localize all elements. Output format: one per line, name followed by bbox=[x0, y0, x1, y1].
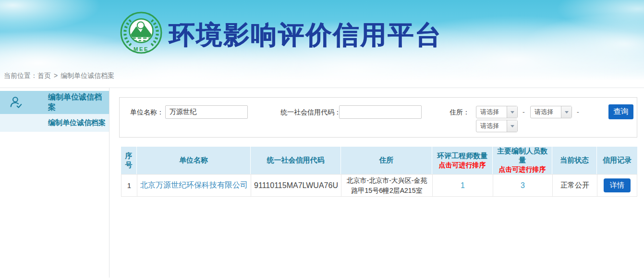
query-button[interactable]: 查询 bbox=[608, 104, 633, 119]
staff-count-link[interactable]: 3 bbox=[521, 181, 525, 190]
chevron-down-icon[interactable] bbox=[507, 106, 517, 118]
header-staff-count-label: 主要编制人员数量 bbox=[494, 147, 551, 165]
company-name-input[interactable] bbox=[165, 105, 248, 119]
header-engineer-count-label: 环评工程师数量 bbox=[433, 152, 491, 161]
site-title: 环境影响评价信用平台 bbox=[169, 19, 442, 50]
body: 编制单位诚信档案 编制单位诚信档案 单位名称： 统一社会信用代码： 住所： 请选… bbox=[0, 88, 644, 278]
address-city-value: 请选择 bbox=[531, 106, 561, 118]
chevron-down-icon[interactable] bbox=[507, 120, 517, 132]
sort-hint: 点击可进行排序 bbox=[494, 165, 551, 174]
header-credit-code: 统一社会信用代码 bbox=[251, 147, 341, 174]
main-content: 单位名称： 统一社会信用代码： 住所： 请选择 - 请选择 - 请选择 bbox=[109, 88, 644, 278]
chevron-down-icon[interactable] bbox=[561, 106, 571, 118]
breadcrumb-home-link[interactable]: 首页 bbox=[37, 72, 51, 79]
breadcrumb-prefix: 当前位置： bbox=[4, 72, 37, 79]
company-link[interactable]: 北京万源世纪环保科技有限公司 bbox=[140, 181, 248, 189]
engineer-count-link[interactable]: 1 bbox=[461, 181, 465, 190]
breadcrumb-separator: > bbox=[54, 72, 58, 79]
header-company-name: 单位名称 bbox=[137, 147, 251, 174]
address-district-select[interactable]: 请选择 bbox=[476, 120, 518, 132]
header-address: 住所 bbox=[341, 147, 432, 174]
address-label: 住所： bbox=[450, 105, 470, 119]
table-header-row: 序号 单位名称 统一社会信用代码 住所 环评工程师数量 点击可进行排序 主要编制… bbox=[121, 147, 637, 174]
breadcrumb-current: 编制单位诚信档案 bbox=[61, 72, 114, 79]
breadcrumb: 当前位置：首页>编制单位诚信档案 bbox=[4, 72, 114, 80]
page: MEE 环境影响评价信用平台 当前位置：首页>编制单位诚信档案 编制单位诚信档案 bbox=[0, 0, 644, 278]
header-credit-record: 信用记录 bbox=[597, 147, 637, 174]
dash-separator: - bbox=[577, 105, 579, 119]
cell-company: 北京万源世纪环保科技有限公司 bbox=[137, 174, 251, 197]
header-current-status: 当前状态 bbox=[552, 147, 597, 174]
address-province-select[interactable]: 请选择 bbox=[476, 106, 518, 118]
cell-address: 北京市-北京市-大兴区-金苑路甲15号6幢2层A215室 bbox=[341, 174, 432, 197]
sidebar-item-label: 编制单位诚信档案 bbox=[48, 92, 109, 113]
address-city-select[interactable]: 请选择 bbox=[530, 106, 572, 118]
cell-credit-record: 详情 bbox=[597, 174, 637, 197]
search-panel: 单位名称： 统一社会信用代码： 住所： 请选择 - 请选择 - 请选择 bbox=[119, 97, 637, 138]
cell-credit-code: 91110115MA7LWUA76U bbox=[251, 174, 341, 197]
sidebar-subitem-unit-credit-archive[interactable]: 编制单位诚信档案 bbox=[0, 114, 109, 132]
sidebar-subitem-label: 编制单位诚信档案 bbox=[48, 118, 106, 127]
cell-engineer-count: 1 bbox=[432, 174, 493, 197]
cell-staff-count: 3 bbox=[493, 174, 552, 197]
credit-code-label: 统一社会信用代码： bbox=[280, 105, 341, 119]
address-province-value: 请选择 bbox=[476, 106, 507, 118]
mee-logo-icon: MEE bbox=[119, 11, 163, 55]
header-index: 序号 bbox=[121, 147, 137, 174]
dash-separator: - bbox=[522, 105, 525, 119]
cell-status: 正常公开 bbox=[552, 174, 597, 197]
table-row: 1 北京万源世纪环保科技有限公司 91110115MA7LWUA76U 北京市-… bbox=[121, 174, 637, 197]
address-district-value: 请选择 bbox=[476, 120, 507, 132]
cell-index: 1 bbox=[121, 174, 137, 197]
person-check-icon bbox=[10, 96, 23, 109]
credit-code-input[interactable] bbox=[339, 105, 422, 119]
detail-button[interactable]: 详情 bbox=[604, 178, 631, 192]
sort-hint: 点击可进行排序 bbox=[433, 161, 491, 170]
results-table: 序号 单位名称 统一社会信用代码 住所 环评工程师数量 点击可进行排序 主要编制… bbox=[121, 147, 637, 197]
sidebar-item-unit-credit-archive[interactable]: 编制单位诚信档案 bbox=[0, 91, 109, 114]
header-engineer-count-sort[interactable]: 环评工程师数量 点击可进行排序 bbox=[432, 147, 493, 174]
logo-mee-text: MEE bbox=[134, 46, 149, 52]
sidebar: 编制单位诚信档案 编制单位诚信档案 bbox=[0, 88, 109, 278]
site-header: MEE 环境影响评价信用平台 当前位置：首页>编制单位诚信档案 bbox=[0, 0, 644, 88]
header-staff-count-sort[interactable]: 主要编制人员数量 点击可进行排序 bbox=[493, 147, 552, 174]
company-name-label: 单位名称： bbox=[130, 105, 164, 119]
